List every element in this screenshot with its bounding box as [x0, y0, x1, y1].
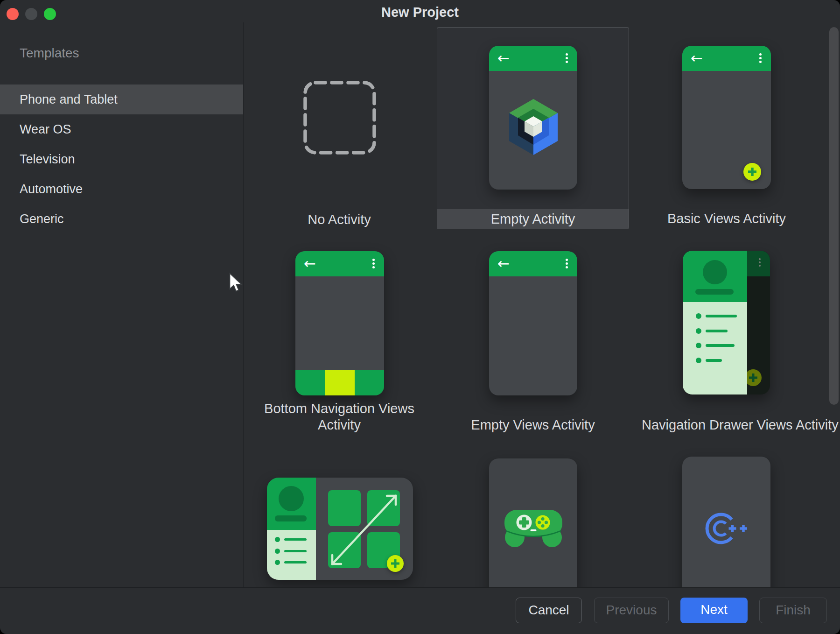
- template-card-basic-views-activity[interactable]: ← Basic Views Activity: [639, 27, 814, 229]
- template-card-primary-detail-flow[interactable]: [254, 444, 424, 588]
- previous-button[interactable]: Previous: [594, 598, 669, 623]
- finish-button[interactable]: Finish: [759, 598, 827, 623]
- template-gallery: No Activity ←: [0, 0, 840, 588]
- template-card-bottom-navigation-views-activity[interactable]: ← Bottom Navigation Views Activity: [254, 243, 424, 441]
- appbar: ←: [295, 251, 384, 276]
- template-label: No Activity: [254, 212, 424, 227]
- back-arrow-icon: ←: [304, 254, 316, 273]
- phone-mockup: ←: [489, 46, 577, 190]
- phone-mockup: ←: [295, 251, 384, 395]
- phone-mockup: [683, 251, 770, 394]
- drawer-header: [683, 251, 747, 302]
- plus-fab-icon: [743, 163, 761, 181]
- next-button[interactable]: Next: [680, 598, 748, 623]
- jetpack-compose-logo-icon: [506, 97, 560, 155]
- footer-divider: [0, 587, 840, 588]
- template-card-navigation-drawer-views-activity[interactable]: Navigation Drawer Views Activity: [642, 243, 812, 441]
- template-label: Navigation Drawer Views Activity: [642, 417, 812, 433]
- kebab-menu-icon: [566, 53, 568, 63]
- kebab-menu-icon: [372, 259, 375, 268]
- kebab-menu-icon: [759, 258, 761, 267]
- back-arrow-icon: ←: [497, 254, 510, 273]
- template-card-game-activity[interactable]: [448, 444, 618, 588]
- cpp-icon: [691, 505, 751, 552]
- drawer-menu-list: [683, 302, 747, 394]
- bottom-nav-bar: [295, 370, 384, 395]
- dimmed-plus-fab-icon: [745, 369, 762, 386]
- template-label: Empty Views Activity: [448, 417, 618, 433]
- template-label: Basic Views Activity: [639, 211, 814, 226]
- dashed-placeholder-icon: [303, 80, 377, 155]
- back-arrow-icon: ←: [691, 49, 703, 67]
- phone-mockup: ←: [682, 46, 771, 189]
- phone-mockup: [489, 458, 577, 588]
- username-placeholder-bar: [695, 289, 734, 295]
- template-card-native-cpp[interactable]: [642, 444, 812, 588]
- mouse-cursor: [229, 273, 245, 294]
- template-card-empty-views-activity[interactable]: ← Empty Views Activity: [448, 243, 618, 441]
- appbar: ←: [682, 46, 771, 71]
- template-card-empty-activity[interactable]: ← Empty Activity: [437, 27, 629, 229]
- appbar: ←: [489, 46, 577, 71]
- nav-drawer-panel: [683, 251, 747, 394]
- plus-fab-icon: [387, 555, 404, 572]
- template-label: Empty Activity: [437, 209, 629, 229]
- template-label-line1: Bottom Navigation Views: [254, 401, 424, 416]
- gallery-scrollbar[interactable]: [829, 27, 839, 405]
- primary-detail-flow-icon: [267, 478, 413, 580]
- kebab-menu-icon: [566, 259, 568, 268]
- back-arrow-icon: ←: [497, 49, 510, 67]
- gamepad-icon: [498, 500, 568, 552]
- template-label-line2: Activity: [254, 417, 424, 433]
- template-card-no-activity[interactable]: No Activity: [254, 27, 424, 229]
- kebab-menu-icon: [759, 53, 762, 63]
- cancel-button[interactable]: Cancel: [516, 598, 582, 623]
- avatar-icon: [703, 260, 727, 284]
- new-project-dialog: New Project Templates Phone and Tablet W…: [0, 0, 840, 634]
- phone-mockup: ←: [489, 251, 577, 395]
- bottom-nav-selected-segment: [325, 370, 355, 395]
- appbar: ←: [489, 251, 577, 276]
- phone-mockup: [682, 457, 770, 588]
